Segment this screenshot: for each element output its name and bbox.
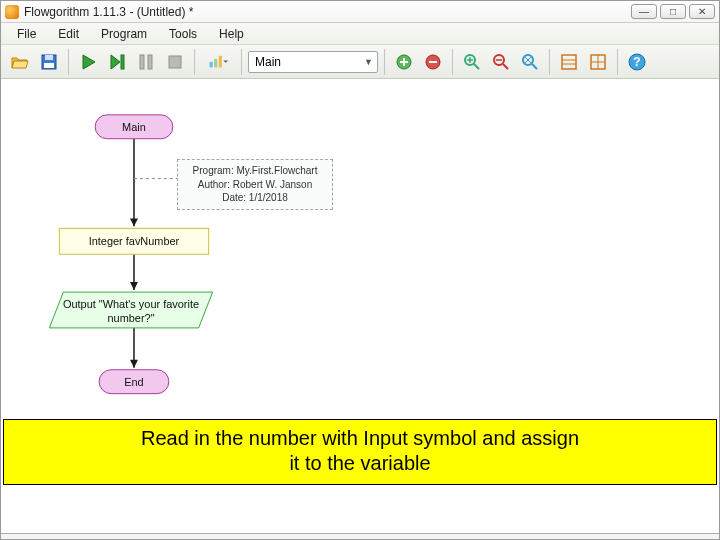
stop-icon (165, 52, 185, 72)
toolbar-separator (241, 49, 242, 75)
folder-open-icon (10, 52, 30, 72)
svg-rect-8 (214, 58, 217, 66)
minimize-button[interactable]: — (631, 4, 657, 19)
instruction-text-l1: Read in the number with Input symbol and… (10, 426, 710, 451)
status-bar (1, 533, 719, 539)
declare-label: Integer favNumber (89, 235, 180, 247)
svg-marker-24 (130, 360, 138, 368)
help-icon: ? (627, 52, 647, 72)
flowchart-output-node[interactable]: Output "What's your favorite number?" (49, 292, 212, 328)
comment-line: Program: My.First.Flowchart (186, 164, 324, 178)
svg-rect-4 (140, 55, 144, 69)
function-selected-label: Main (255, 55, 281, 69)
open-button[interactable] (7, 49, 33, 75)
svg-rect-6 (169, 56, 181, 68)
toolbar-separator (452, 49, 453, 75)
layout-toggle-2-button[interactable] (585, 49, 611, 75)
step-icon (107, 52, 127, 72)
menu-edit[interactable]: Edit (48, 24, 89, 44)
flowchart-start-node[interactable]: Main (95, 115, 173, 139)
toolbar-separator (384, 49, 385, 75)
svg-text:?: ? (633, 55, 640, 69)
floppy-disk-icon (39, 52, 59, 72)
menu-tools[interactable]: Tools (159, 24, 207, 44)
title-bar: Flowgorithm 1.11.3 - (Untitled) * — □ ✕ (1, 1, 719, 23)
pause-button[interactable] (133, 49, 159, 75)
help-button[interactable]: ? (624, 49, 650, 75)
stop-button[interactable] (162, 49, 188, 75)
app-icon (5, 5, 19, 19)
start-label: Main (122, 121, 146, 133)
svg-rect-9 (219, 55, 222, 67)
flowchart-declare-node[interactable]: Integer favNumber (59, 228, 208, 254)
window-buttons: — □ ✕ (631, 4, 715, 19)
play-icon (78, 52, 98, 72)
comment-line: Date: 1/1/2018 (186, 191, 324, 205)
svg-rect-7 (210, 62, 213, 67)
svg-marker-22 (130, 282, 138, 290)
maximize-button[interactable]: □ (660, 4, 686, 19)
zoom-out-icon (491, 52, 511, 72)
flowchart-end-node[interactable]: End (99, 370, 169, 394)
run-button[interactable] (75, 49, 101, 75)
window-title: Flowgorithm 1.11.3 - (Untitled) * (24, 5, 631, 19)
output-label-l1: Output "What's your favorite (63, 298, 199, 310)
layout-toggle-1-button[interactable] (556, 49, 582, 75)
svg-rect-15 (562, 55, 576, 69)
menu-file[interactable]: File (7, 24, 46, 44)
close-button[interactable]: ✕ (689, 4, 715, 19)
flowchart-comment-node[interactable]: Program: My.First.Flowchart Author: Robe… (177, 159, 333, 210)
minus-circle-icon (423, 52, 443, 72)
zoom-fit-button[interactable] (517, 49, 543, 75)
zoom-fit-icon (520, 52, 540, 72)
svg-rect-2 (44, 63, 54, 68)
save-button[interactable] (36, 49, 62, 75)
toolbar: Main ▼ ? (1, 45, 719, 79)
layout-icon (559, 52, 579, 72)
output-label-l2: number?" (107, 312, 154, 324)
step-button[interactable] (104, 49, 130, 75)
chart-style-button[interactable] (201, 49, 235, 75)
toolbar-separator (194, 49, 195, 75)
toolbar-separator (68, 49, 69, 75)
layout-split-icon (588, 52, 608, 72)
add-function-button[interactable] (391, 49, 417, 75)
toolbar-separator (617, 49, 618, 75)
pause-icon (136, 52, 156, 72)
chevron-down-icon: ▼ (364, 57, 373, 67)
chart-icon (208, 52, 228, 72)
end-label: End (124, 376, 143, 388)
instruction-text-l2: it to the variable (10, 451, 710, 476)
remove-function-button[interactable] (420, 49, 446, 75)
svg-rect-5 (148, 55, 152, 69)
svg-marker-20 (130, 218, 138, 226)
menu-help[interactable]: Help (209, 24, 254, 44)
zoom-in-button[interactable] (459, 49, 485, 75)
instruction-overlay: Read in the number with Input symbol and… (3, 419, 717, 485)
svg-rect-3 (121, 55, 124, 69)
zoom-out-button[interactable] (488, 49, 514, 75)
plus-circle-icon (394, 52, 414, 72)
toolbar-separator (549, 49, 550, 75)
comment-line: Author: Robert W. Janson (186, 178, 324, 192)
svg-rect-1 (45, 55, 53, 60)
menu-program[interactable]: Program (91, 24, 157, 44)
menu-bar: File Edit Program Tools Help (1, 23, 719, 45)
function-selector[interactable]: Main ▼ (248, 51, 378, 73)
zoom-in-icon (462, 52, 482, 72)
